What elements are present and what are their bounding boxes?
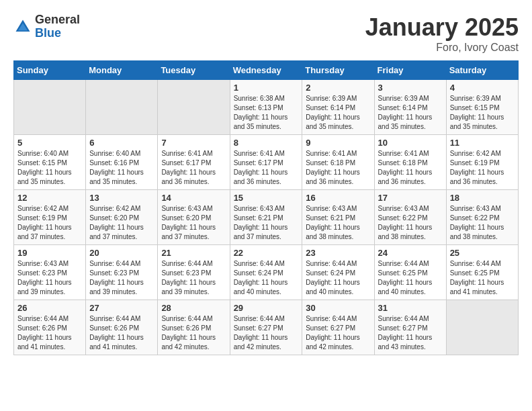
logo-icon — [13, 17, 32, 36]
calendar-week-row: 26Sunrise: 6:44 AM Sunset: 6:26 PM Dayli… — [14, 300, 519, 355]
calendar-cell: 30Sunrise: 6:44 AM Sunset: 6:27 PM Dayli… — [302, 300, 374, 355]
weekday-header-row: SundayMondayTuesdayWednesdayThursdayFrid… — [14, 61, 519, 80]
day-number: 30 — [306, 303, 370, 313]
day-number: 9 — [306, 138, 370, 148]
calendar-cell: 19Sunrise: 6:43 AM Sunset: 6:23 PM Dayli… — [14, 245, 86, 300]
weekday-header-wednesday: Wednesday — [230, 61, 302, 80]
calendar-cell: 29Sunrise: 6:44 AM Sunset: 6:27 PM Dayli… — [230, 300, 302, 355]
day-number: 8 — [234, 138, 299, 148]
day-info: Sunrise: 6:43 AM Sunset: 6:22 PM Dayligh… — [450, 204, 515, 242]
day-info: Sunrise: 6:40 AM Sunset: 6:15 PM Dayligh… — [17, 149, 82, 187]
day-number: 4 — [450, 83, 515, 93]
day-info: Sunrise: 6:39 AM Sunset: 6:14 PM Dayligh… — [306, 94, 370, 132]
day-number: 1 — [234, 83, 299, 93]
calendar-cell: 4Sunrise: 6:39 AM Sunset: 6:15 PM Daylig… — [446, 80, 518, 135]
day-number: 13 — [89, 193, 154, 203]
calendar-cell: 6Sunrise: 6:40 AM Sunset: 6:16 PM Daylig… — [86, 135, 158, 190]
day-number: 14 — [161, 193, 226, 203]
calendar-cell: 9Sunrise: 6:41 AM Sunset: 6:18 PM Daylig… — [302, 135, 374, 190]
calendar-cell: 23Sunrise: 6:44 AM Sunset: 6:24 PM Dayli… — [302, 245, 374, 300]
calendar-cell: 17Sunrise: 6:43 AM Sunset: 6:22 PM Dayli… — [374, 190, 446, 245]
calendar-cell: 21Sunrise: 6:44 AM Sunset: 6:23 PM Dayli… — [158, 245, 230, 300]
calendar-cell — [86, 80, 158, 135]
calendar-cell: 13Sunrise: 6:42 AM Sunset: 6:20 PM Dayli… — [86, 190, 158, 245]
calendar-cell: 7Sunrise: 6:41 AM Sunset: 6:17 PM Daylig… — [158, 135, 230, 190]
weekday-header-monday: Monday — [86, 61, 158, 80]
calendar-cell: 18Sunrise: 6:43 AM Sunset: 6:22 PM Dayli… — [446, 190, 518, 245]
calendar-cell: 8Sunrise: 6:41 AM Sunset: 6:17 PM Daylig… — [230, 135, 302, 190]
calendar-cell: 26Sunrise: 6:44 AM Sunset: 6:26 PM Dayli… — [14, 300, 86, 355]
day-info: Sunrise: 6:38 AM Sunset: 6:13 PM Dayligh… — [234, 94, 299, 132]
calendar-cell: 16Sunrise: 6:43 AM Sunset: 6:21 PM Dayli… — [302, 190, 374, 245]
day-info: Sunrise: 6:39 AM Sunset: 6:14 PM Dayligh… — [378, 94, 443, 132]
day-number: 20 — [89, 248, 154, 258]
calendar-cell — [158, 80, 230, 135]
calendar-cell: 12Sunrise: 6:42 AM Sunset: 6:19 PM Dayli… — [14, 190, 86, 245]
day-number: 7 — [161, 138, 226, 148]
location-subtitle: Foro, Ivory Coast — [365, 42, 519, 54]
day-info: Sunrise: 6:41 AM Sunset: 6:18 PM Dayligh… — [378, 149, 443, 187]
logo: General Blue — [13, 13, 80, 40]
month-title: January 2025 — [365, 13, 519, 42]
calendar-cell: 14Sunrise: 6:43 AM Sunset: 6:20 PM Dayli… — [158, 190, 230, 245]
day-number: 10 — [378, 138, 443, 148]
day-info: Sunrise: 6:44 AM Sunset: 6:26 PM Dayligh… — [89, 314, 154, 352]
day-info: Sunrise: 6:44 AM Sunset: 6:24 PM Dayligh… — [234, 259, 299, 297]
day-number: 5 — [17, 138, 82, 148]
day-number: 22 — [234, 248, 299, 258]
calendar-cell: 1Sunrise: 6:38 AM Sunset: 6:13 PM Daylig… — [230, 80, 302, 135]
calendar-cell: 25Sunrise: 6:44 AM Sunset: 6:25 PM Dayli… — [446, 245, 518, 300]
calendar-cell: 20Sunrise: 6:44 AM Sunset: 6:23 PM Dayli… — [86, 245, 158, 300]
day-info: Sunrise: 6:42 AM Sunset: 6:20 PM Dayligh… — [89, 204, 154, 242]
calendar-cell: 11Sunrise: 6:42 AM Sunset: 6:19 PM Dayli… — [446, 135, 518, 190]
weekday-header-saturday: Saturday — [446, 61, 518, 80]
day-number: 16 — [306, 193, 370, 203]
day-number: 3 — [378, 83, 443, 93]
day-info: Sunrise: 6:43 AM Sunset: 6:21 PM Dayligh… — [306, 204, 370, 242]
day-info: Sunrise: 6:41 AM Sunset: 6:17 PM Dayligh… — [234, 149, 299, 187]
weekday-header-tuesday: Tuesday — [158, 61, 230, 80]
day-info: Sunrise: 6:44 AM Sunset: 6:26 PM Dayligh… — [17, 314, 82, 352]
day-info: Sunrise: 6:43 AM Sunset: 6:23 PM Dayligh… — [17, 259, 82, 297]
day-number: 27 — [89, 303, 154, 313]
day-info: Sunrise: 6:41 AM Sunset: 6:17 PM Dayligh… — [161, 149, 226, 187]
day-number: 25 — [450, 248, 515, 258]
day-number: 28 — [161, 303, 226, 313]
day-info: Sunrise: 6:44 AM Sunset: 6:25 PM Dayligh… — [450, 259, 515, 297]
calendar-cell: 22Sunrise: 6:44 AM Sunset: 6:24 PM Dayli… — [230, 245, 302, 300]
day-info: Sunrise: 6:39 AM Sunset: 6:15 PM Dayligh… — [450, 94, 515, 132]
day-number: 2 — [306, 83, 370, 93]
day-number: 19 — [17, 248, 82, 258]
calendar-table: SundayMondayTuesdayWednesdayThursdayFrid… — [13, 60, 519, 355]
day-number: 18 — [450, 193, 515, 203]
day-info: Sunrise: 6:42 AM Sunset: 6:19 PM Dayligh… — [17, 204, 82, 242]
day-info: Sunrise: 6:44 AM Sunset: 6:27 PM Dayligh… — [234, 314, 299, 352]
calendar-cell: 5Sunrise: 6:40 AM Sunset: 6:15 PM Daylig… — [14, 135, 86, 190]
day-info: Sunrise: 6:44 AM Sunset: 6:26 PM Dayligh… — [161, 314, 226, 352]
day-number: 6 — [89, 138, 154, 148]
day-number: 24 — [378, 248, 443, 258]
calendar-week-row: 19Sunrise: 6:43 AM Sunset: 6:23 PM Dayli… — [14, 245, 519, 300]
day-info: Sunrise: 6:44 AM Sunset: 6:27 PM Dayligh… — [378, 314, 443, 352]
header: General Blue January 2025 Foro, Ivory Co… — [13, 13, 519, 54]
day-info: Sunrise: 6:44 AM Sunset: 6:23 PM Dayligh… — [89, 259, 154, 297]
day-info: Sunrise: 6:40 AM Sunset: 6:16 PM Dayligh… — [89, 149, 154, 187]
day-info: Sunrise: 6:43 AM Sunset: 6:21 PM Dayligh… — [234, 204, 299, 242]
calendar-cell: 27Sunrise: 6:44 AM Sunset: 6:26 PM Dayli… — [86, 300, 158, 355]
day-info: Sunrise: 6:43 AM Sunset: 6:20 PM Dayligh… — [161, 204, 226, 242]
day-info: Sunrise: 6:44 AM Sunset: 6:24 PM Dayligh… — [306, 259, 370, 297]
calendar-cell: 15Sunrise: 6:43 AM Sunset: 6:21 PM Dayli… — [230, 190, 302, 245]
calendar-cell: 31Sunrise: 6:44 AM Sunset: 6:27 PM Dayli… — [374, 300, 446, 355]
calendar-cell: 3Sunrise: 6:39 AM Sunset: 6:14 PM Daylig… — [374, 80, 446, 135]
day-info: Sunrise: 6:42 AM Sunset: 6:19 PM Dayligh… — [450, 149, 515, 187]
day-number: 23 — [306, 248, 370, 258]
calendar-week-row: 1Sunrise: 6:38 AM Sunset: 6:13 PM Daylig… — [14, 80, 519, 135]
day-number: 15 — [234, 193, 299, 203]
calendar-cell: 28Sunrise: 6:44 AM Sunset: 6:26 PM Dayli… — [158, 300, 230, 355]
day-number: 21 — [161, 248, 226, 258]
weekday-header-thursday: Thursday — [302, 61, 374, 80]
day-info: Sunrise: 6:44 AM Sunset: 6:27 PM Dayligh… — [306, 314, 370, 352]
calendar-cell — [446, 300, 518, 355]
day-info: Sunrise: 6:44 AM Sunset: 6:23 PM Dayligh… — [161, 259, 226, 297]
day-number: 12 — [17, 193, 82, 203]
